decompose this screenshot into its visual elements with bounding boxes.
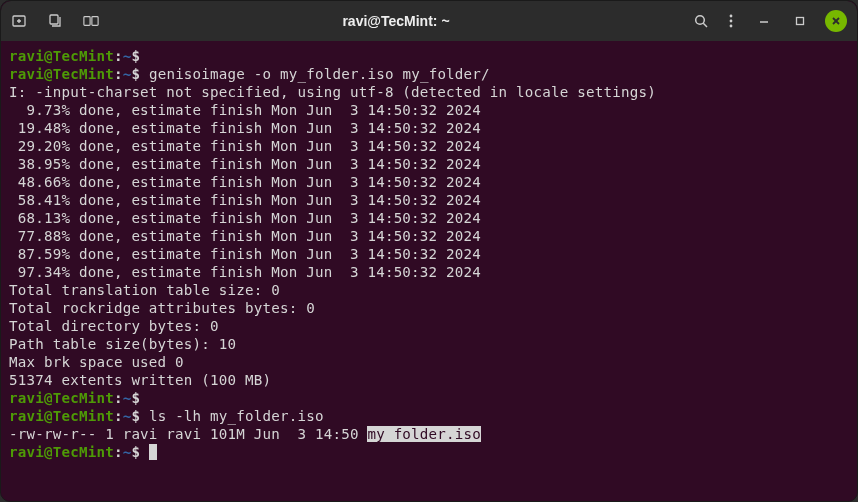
svg-point-10 (730, 25, 733, 28)
output-line: Total translation table size: 0 (9, 282, 280, 298)
cursor (149, 444, 157, 460)
svg-point-6 (696, 16, 705, 25)
split-icon[interactable] (83, 13, 99, 29)
output-line: 9.73% done, estimate finish Mon Jun 3 14… (9, 102, 481, 118)
titlebar: ravi@TecMint: ~ (1, 1, 857, 41)
prompt-userhost: ravi@TecMint (9, 48, 114, 64)
prompt-sep: : (114, 408, 123, 424)
new-tab-icon[interactable] (11, 13, 27, 29)
prompt-sep: : (114, 48, 123, 64)
output-line: 48.66% done, estimate finish Mon Jun 3 1… (9, 174, 481, 190)
prompt-sep: : (114, 66, 123, 82)
prompt-symbol: $ (131, 408, 140, 424)
output-line: 51374 extents written (100 MB) (9, 372, 271, 388)
output-line: 68.13% done, estimate finish Mon Jun 3 1… (9, 210, 481, 226)
svg-point-8 (730, 15, 733, 18)
command-line: genisoimage -o my_folder.iso my_folder/ (149, 66, 490, 82)
output-line: 58.41% done, estimate finish Mon Jun 3 1… (9, 192, 481, 208)
prompt-sep: : (114, 390, 123, 406)
window-title: ravi@TecMint: ~ (99, 13, 693, 29)
svg-rect-5 (92, 17, 98, 26)
prompt-symbol: $ (131, 48, 140, 64)
menu-icon[interactable] (723, 13, 739, 29)
output-line: 97.34% done, estimate finish Mon Jun 3 1… (9, 264, 481, 280)
output-line: 19.48% done, estimate finish Mon Jun 3 1… (9, 120, 481, 136)
close-button[interactable] (825, 10, 847, 32)
svg-rect-12 (797, 18, 804, 25)
prompt-symbol: $ (131, 66, 140, 82)
output-line: Total directory bytes: 0 (9, 318, 219, 334)
prompt-userhost: ravi@TecMint (9, 66, 114, 82)
maximize-button[interactable] (789, 10, 811, 32)
titlebar-right-controls (693, 10, 847, 32)
prompt-symbol: $ (131, 390, 140, 406)
prompt-userhost: ravi@TecMint (9, 444, 114, 460)
prompt-userhost: ravi@TecMint (9, 390, 114, 406)
prompt-userhost: ravi@TecMint (9, 408, 114, 424)
command-line: ls -lh my_folder.iso (149, 408, 324, 424)
svg-rect-3 (50, 15, 58, 24)
output-line: Path table size(bytes): 10 (9, 336, 236, 352)
prompt-sep: : (114, 444, 123, 460)
svg-point-9 (730, 20, 733, 23)
ls-output-filename: my_folder.iso (367, 426, 481, 442)
svg-rect-4 (84, 17, 90, 26)
output-line: I: -input-charset not specified, using u… (9, 84, 656, 100)
output-line: Max brk space used 0 (9, 354, 184, 370)
prompt-symbol: $ (131, 444, 140, 460)
new-window-icon[interactable] (47, 13, 63, 29)
output-line: 38.95% done, estimate finish Mon Jun 3 1… (9, 156, 481, 172)
output-line: 77.88% done, estimate finish Mon Jun 3 1… (9, 228, 481, 244)
search-icon[interactable] (693, 13, 709, 29)
terminal-output[interactable]: ravi@TecMint:~$ ravi@TecMint:~$ genisoim… (1, 41, 857, 501)
output-line: 87.59% done, estimate finish Mon Jun 3 1… (9, 246, 481, 262)
terminal-window: ravi@TecMint: ~ ravi@TecMint:~$ ravi@Tec… (0, 0, 858, 502)
output-line: 29.20% done, estimate finish Mon Jun 3 1… (9, 138, 481, 154)
minimize-button[interactable] (753, 10, 775, 32)
titlebar-left-controls (11, 13, 99, 29)
output-line: Total rockridge attributes bytes: 0 (9, 300, 315, 316)
svg-line-7 (703, 23, 707, 27)
ls-output-prefix: -rw-rw-r-- 1 ravi ravi 101M Jun 3 14:50 (9, 426, 367, 442)
